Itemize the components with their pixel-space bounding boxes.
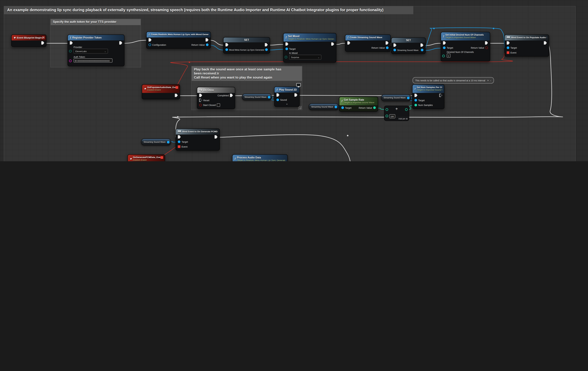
object-pin[interactable] [268, 96, 271, 98]
exec-pin[interactable] [199, 94, 202, 97]
divide-node[interactable]: 100÷Add pin ⊕ [384, 106, 409, 121]
in-mood-widget[interactable]: Surprise⌄ [289, 55, 321, 60]
node-set1[interactable]: SETMood Meta Human Lip Sync Generator [223, 37, 270, 53]
exec-pin[interactable] [230, 94, 233, 97]
variable-pill-p1[interactable]: Streaming Sound Wave [242, 94, 272, 100]
bool-pin[interactable] [485, 46, 488, 49]
exec-pin[interactable] [205, 38, 208, 42]
delegate-pin[interactable] [160, 156, 163, 159]
exec-pin[interactable] [544, 41, 547, 45]
obj-pin[interactable] [341, 106, 344, 109]
blueprint-graph-canvas[interactable]: An example demonstrating lip sync during… [0, 0, 588, 161]
delegate-pin[interactable] [42, 36, 45, 39]
obj-pin[interactable] [206, 43, 209, 46]
node-header[interactable]: ❖Event Blueprint Begin Play [11, 35, 46, 40]
node-process_audio[interactable]: ƒProcess Audio DataTarget is Realistic M… [232, 154, 288, 161]
exec-pin[interactable] [41, 41, 44, 45]
exec-pin[interactable] [149, 38, 152, 42]
node-register[interactable]: ƒRegister Provider TokenProviderElevenLa… [67, 34, 125, 66]
obj-pin[interactable] [265, 48, 268, 51]
exec-pin[interactable] [225, 43, 228, 47]
pin-widget[interactable] [217, 103, 220, 107]
node-header[interactable]: ❖OnPopulateAudioState_EventCustom Event [142, 85, 179, 93]
node-header[interactable]: ƒSet Num Samples Per ChunkTarget is Impo… [412, 85, 444, 93]
variable-pill-p3[interactable]: Streaming Sound Wave [381, 94, 411, 101]
exec-pin[interactable] [285, 42, 288, 46]
obj-pin[interactable] [178, 140, 180, 143]
node-header[interactable]: Bind Event to On Populate Audio State [505, 35, 549, 40]
exec-pin[interactable] [393, 43, 396, 47]
node-begin_play[interactable]: ❖Event Blueprint Begin Play [11, 34, 46, 47]
object-pin[interactable] [335, 105, 337, 108]
variable-pill-p4[interactable]: Streaming Sound Wave [141, 139, 171, 145]
node-header[interactable]: ƒGet Sample RateTarget is Imported Sound… [339, 97, 378, 105]
divide-input-pin[interactable] [386, 108, 388, 111]
exec-pin[interactable] [199, 99, 202, 102]
variable-pill-p2[interactable]: Streaming Sound Wave [309, 103, 339, 110]
exec-pin[interactable] [119, 41, 122, 45]
exec-pin[interactable] [276, 93, 279, 97]
exec-pin[interactable] [331, 42, 334, 46]
exec-pin[interactable] [347, 41, 350, 45]
exec-pin[interactable] [414, 94, 417, 97]
exec-pin[interactable] [485, 41, 488, 45]
node-header[interactable]: ❖OnGeneratePCMData_EventCustom Event [128, 155, 165, 161]
exec-pin[interactable] [420, 43, 423, 47]
node-header[interactable]: ƒPlay Sound 2D [274, 87, 299, 93]
exec-pin[interactable] [215, 135, 218, 139]
delegate-pin[interactable] [507, 51, 509, 54]
node-header[interactable]: ƒCreate Streaming Sound Wave [346, 35, 390, 40]
node-header[interactable]: ƒRegister Provider Token [68, 35, 124, 40]
node-header[interactable]: ¹➔Do Once [197, 87, 235, 93]
obj-pin[interactable] [149, 43, 151, 46]
node-on_populate_event[interactable]: ❖OnPopulateAudioState_EventCustom Event [142, 84, 180, 99]
obj-pin[interactable] [386, 46, 388, 49]
exec-pin[interactable] [175, 94, 178, 97]
obj-pin[interactable] [421, 49, 423, 51]
node-gsr_top[interactable]: ƒGet Sample RateTarget is Imported Sound… [339, 97, 378, 112]
exec-pin[interactable] [294, 93, 297, 97]
enum-pin[interactable] [285, 56, 287, 58]
exec-pin[interactable] [386, 41, 388, 45]
comment-header-auth[interactable]: Specify the auth token for your TTS prov… [51, 19, 141, 25]
collapse-chevron-icon[interactable]: ⌄ [274, 102, 299, 105]
node-play_sound[interactable]: ƒPlay Sound 2DSound⌄ [274, 87, 300, 107]
node-set2[interactable]: SETStreaming Sound Wave [391, 37, 426, 54]
int-pin[interactable] [414, 104, 417, 106]
node-header[interactable]: SET [391, 38, 425, 43]
desired-num-of-channels-widget[interactable]: 1 [447, 53, 451, 58]
exec-pin[interactable] [507, 41, 510, 45]
divide-input-pin[interactable] [386, 115, 388, 117]
node-header[interactable]: ƒSet MoodTarget is Realistic Meta Human … [284, 33, 336, 42]
object-pin[interactable] [167, 140, 169, 143]
divide-default-value[interactable]: 100 [389, 114, 395, 118]
bool-pin[interactable] [199, 104, 202, 106]
enum-pin[interactable] [69, 50, 72, 52]
node-header[interactable]: ƒSet Initial Desired Num Of ChannelsTarg… [441, 32, 490, 40]
node-on_pcm_event[interactable]: ❖OnGeneratePCMData_EventCustom EventPCMD… [127, 154, 165, 161]
exec-pin[interactable] [265, 43, 268, 47]
node-set_initial[interactable]: ƒSet Initial Desired Num Of ChannelsTarg… [441, 32, 490, 61]
node-bind_pcm[interactable]: Bind Event to On Generate PCMDataTargetE… [176, 129, 220, 151]
int-pin[interactable] [442, 55, 445, 57]
exec-pin[interactable] [439, 94, 442, 97]
node-header[interactable]: SET [223, 37, 270, 42]
int-pin[interactable] [373, 106, 376, 109]
str-pin[interactable] [69, 60, 72, 62]
note-pin-icon[interactable]: ⚑ ▪ [487, 79, 491, 81]
obj-pin[interactable] [276, 99, 279, 101]
node-header[interactable]: ƒProcess Audio DataTarget is Realistic M… [232, 155, 287, 161]
exec-pin[interactable] [443, 41, 446, 45]
node-create_realistic[interactable]: ƒCreate Realistic Meta Human Lip Sync wi… [146, 31, 211, 49]
obj-pin[interactable] [443, 46, 446, 49]
node-bind_populate[interactable]: Bind Event to On Populate Audio StateTar… [504, 34, 549, 57]
node-header[interactable]: Bind Event to On Generate PCMData [176, 129, 220, 135]
obj-pin[interactable] [285, 48, 288, 50]
obj-pin[interactable] [414, 99, 417, 101]
object-pin[interactable] [407, 97, 410, 99]
add-pin-button[interactable]: Add pin ⊕ [398, 118, 408, 120]
node-create_ssw[interactable]: ƒCreate Streaming Sound WaveReturn Value [345, 34, 391, 52]
obj-pin[interactable] [225, 48, 228, 51]
delegate-pin[interactable] [176, 86, 178, 89]
provider-widget[interactable]: ElevenLabs⌄ [74, 49, 108, 53]
